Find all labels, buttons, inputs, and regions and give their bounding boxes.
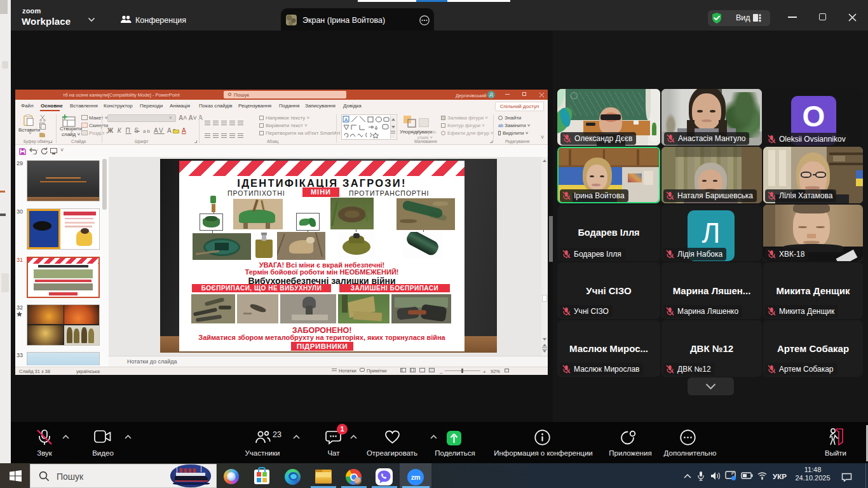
svg-text:˅: ˅ xyxy=(36,148,39,152)
svg-text:A: A xyxy=(344,117,348,123)
